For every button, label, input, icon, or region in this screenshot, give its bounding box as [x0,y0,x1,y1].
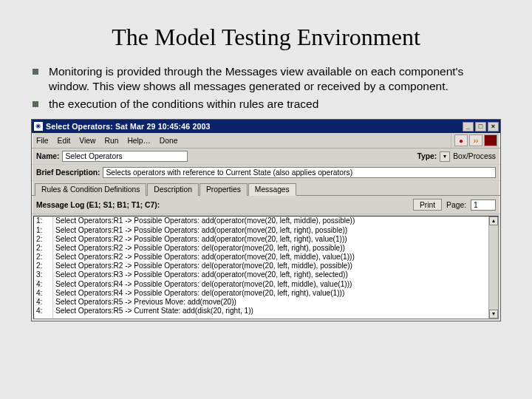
app-icon: ✳ [34,122,43,131]
tab-description[interactable]: Description [147,183,199,196]
log-line: Select Operators:R5 -> Previous Move: ad… [53,298,488,307]
log-line: Select Operators:R2 -> Possible Operator… [53,244,488,253]
bullet-item: the execution of the conditions within r… [31,97,501,112]
record-icon[interactable]: ● [454,134,468,146]
log-idx: 4: [34,307,52,316]
fast-forward-icon[interactable]: ›› [469,134,482,146]
log-line: Select Operators:R4 -> Possible Operator… [53,280,488,289]
log-line: Select Operators:R1 -> Possible Operator… [53,226,488,235]
app-window: ✳ Select Operators: Sat Mar 29 10:45:46 … [31,119,501,321]
menu-file[interactable]: File [36,137,49,145]
stop-icon[interactable]: ■ [484,134,497,146]
scrollbar[interactable]: ▴ ▾ [488,216,498,318]
scroll-up-icon[interactable]: ▴ [489,216,498,225]
bullet-marker-icon [33,69,38,75]
log-line: Select Operators:R2 -> Possible Operator… [53,262,488,270]
tab-rules[interactable]: Rules & Condition Definitions [35,183,146,196]
tab-bar: Rules & Condition Definitions Descriptio… [32,181,500,196]
print-button[interactable]: Print [413,199,442,211]
log-line: Select Operators:R5 -> Current State: ad… [53,307,488,316]
close-button[interactable]: × [488,122,499,132]
log-idx: 3: [34,270,52,279]
bullet-text: the execution of the conditions within r… [49,97,501,112]
log-toolbar: Message Log (E1; S1; B1; T1; C7): Print … [32,196,500,214]
log-idx: 1: [34,226,52,235]
slide-title: The Model Testing Environment [30,24,502,51]
log-idx: 2: [34,235,52,244]
brief-row: Brief Description: [32,165,500,181]
log-line: Select Operators:R3 -> Possible Operator… [53,270,488,279]
log-line: Select Operators:R4 -> Possible Operator… [53,289,488,298]
type-dropdown-icon[interactable]: ▾ [440,151,450,162]
log-idx: 2: [34,262,52,270]
message-log: 1: 1: 2: 2: 2: 2: 3: 4: 4: 4: 4: Select … [33,216,499,319]
log-idx: 1: [34,216,52,225]
type-value: Box/Process [453,152,496,160]
tab-properties[interactable]: Properties [200,183,248,196]
maximize-button[interactable]: □ [475,122,486,132]
run-toolbar: ● ›› ■ [451,133,500,149]
log-label: Message Log (E1; S1; B1; T1; C7): [36,201,409,209]
brief-input[interactable] [103,167,496,178]
log-message-column: Select Operators:R1 -> Possible Operator… [53,216,488,318]
bullet-text: Monitoring is provided through the Messa… [49,64,501,95]
log-line: Select Operators:R2 -> Possible Operator… [53,253,488,262]
log-index-column: 1: 1: 2: 2: 2: 2: 3: 4: 4: 4: 4: [34,216,53,318]
scroll-down-icon[interactable]: ▾ [489,310,498,318]
page-label: Page: [446,201,466,209]
type-label: Type: [417,152,437,160]
minimize-button[interactable]: _ [463,122,474,132]
name-row: Name: Type: ▾ Box/Process [32,149,500,165]
brief-label: Brief Description: [36,168,100,177]
name-label: Name: [36,152,59,160]
log-idx: 2: [34,244,52,253]
log-line: Select Operators:R1 -> Possible Operator… [53,216,488,225]
menu-done[interactable]: Done [160,137,178,145]
log-idx: 4: [34,280,52,289]
tab-messages[interactable]: Messages [248,183,296,196]
bullet-marker-icon [33,101,38,107]
bullet-item: Monitoring is provided through the Messa… [31,64,501,95]
log-idx: 4: [34,289,52,298]
log-idx: 4: [34,298,52,307]
log-line: Select Operators:R2 -> Possible Operator… [53,235,488,244]
bullet-list: Monitoring is provided through the Messa… [31,64,501,112]
menu-run[interactable]: Run [104,137,118,145]
log-idx: 2: [34,253,52,262]
menu-help[interactable]: Help… [127,137,150,145]
menu-edit[interactable]: Edit [58,137,71,145]
window-title: Select Operators: Sat Mar 29 10:45:46 20… [46,122,461,131]
name-input[interactable] [62,151,188,162]
page-input[interactable] [471,200,496,211]
menu-view[interactable]: View [79,137,95,145]
titlebar[interactable]: ✳ Select Operators: Sat Mar 29 10:45:46 … [32,120,500,133]
